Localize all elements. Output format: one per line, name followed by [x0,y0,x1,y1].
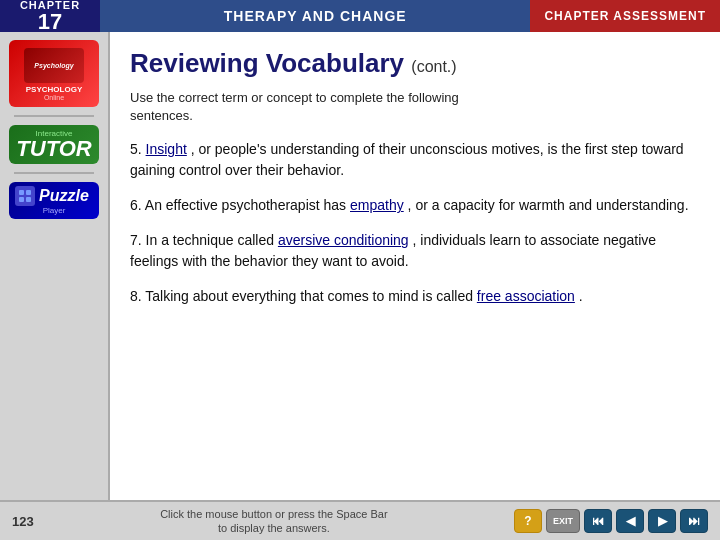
bottom-bar: 123 Click the mouse button or press the … [0,500,720,540]
content-area: Reviewing Vocabulary (cont.) Use the cor… [110,32,720,500]
question-7: 7. In a technique called aversive condit… [130,230,700,272]
q7-answer: aversive conditioning [278,232,409,248]
q6-number: 6. [130,197,142,213]
q6-text-after: , or a capacity for warmth and understan… [408,197,689,213]
question-8: 8. Talking about everything that comes t… [130,286,700,307]
divider-1 [14,115,94,117]
next-next-button[interactable]: ⏭ [680,509,708,533]
svg-rect-3 [26,197,31,202]
psychology-icon: Psychology [24,48,84,83]
puzzle-player-button[interactable]: Puzzle Player [9,182,99,219]
chapter-assessment-label: CHAPTER ASSESSMENT [530,0,720,32]
puzzle-label: Puzzle [39,187,89,205]
q7-number: 7. [130,232,142,248]
q6-answer: empathy [350,197,404,213]
q5-number: 5. [130,141,142,157]
page-number: 123 [12,514,34,529]
prev-prev-button[interactable]: ⏮ [584,509,612,533]
q7-text-before: In a technique called [146,232,278,248]
puzzle-main: Puzzle [15,186,93,206]
psychology-online-button[interactable]: Psychology PSYCHOLOGY Online [9,40,99,107]
chapter-box: CHAPTER 17 [0,0,100,32]
main-area: Psychology PSYCHOLOGY Online Interactive… [0,32,720,500]
psychology-label: PSYCHOLOGY [15,85,93,94]
q6-text-before: An effective psychotherapist has [145,197,350,213]
q8-answer: free association [477,288,575,304]
svg-rect-1 [26,190,31,195]
svg-rect-2 [19,197,24,202]
q8-number: 8. [130,288,142,304]
question-5: 5. Insight , or people's understanding o… [130,139,700,181]
question-help-button[interactable]: ? [514,509,542,533]
chapter-number: 17 [38,11,62,33]
svg-rect-0 [19,190,24,195]
content-cont: (cont.) [411,58,456,75]
prev-button[interactable]: ◀ [616,509,644,533]
q8-text-after: . [579,288,583,304]
question-6: 6. An effective psychotherapist has empa… [130,195,700,216]
nav-buttons: ? EXIT ⏮ ◀ ▶ ⏭ [514,509,708,533]
psychology-sub: Online [15,94,93,101]
content-title: Reviewing Vocabulary (cont.) [130,48,700,79]
next-button[interactable]: ▶ [648,509,676,533]
puzzle-icon [15,186,35,206]
divider-2 [14,172,94,174]
q8-text-before: Talking about everything that comes to m… [145,288,477,304]
interactive-tutor-button[interactable]: Interactive TUTOR [9,125,99,164]
exit-button[interactable]: EXIT [546,509,580,533]
q5-text: , or people's understanding of their unc… [130,141,684,178]
sidebar: Psychology PSYCHOLOGY Online Interactive… [0,32,110,500]
page-title-bar: THERAPY AND CHANGE [100,0,530,32]
player-label: Player [15,206,93,215]
tutor-label: TUTOR [15,138,93,160]
q5-answer: Insight [146,141,187,157]
top-bar: CHAPTER 17 THERAPY AND CHANGE CHAPTER AS… [0,0,720,32]
bottom-message: Click the mouse button or press the Spac… [34,507,514,536]
content-subtitle: Use the correct term or concept to compl… [130,89,700,125]
